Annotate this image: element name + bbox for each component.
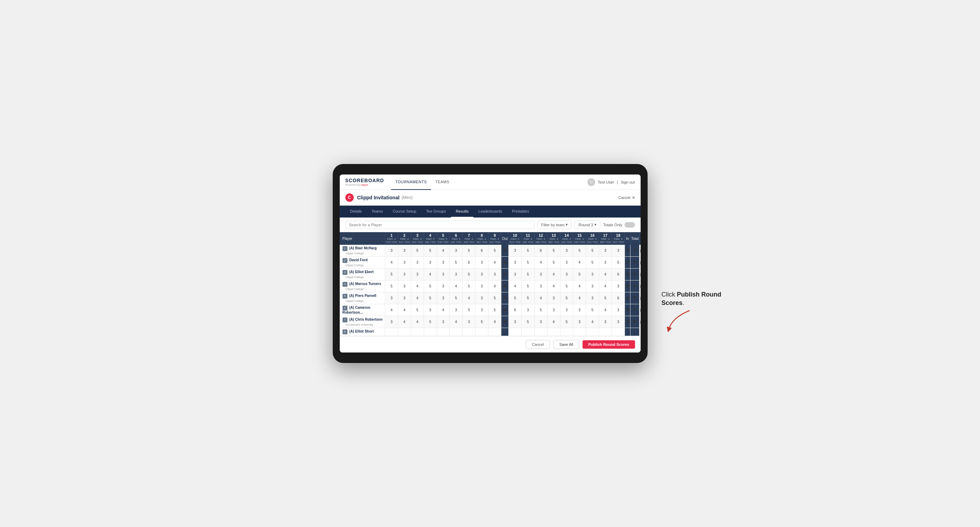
score-cell[interactable]: 3 xyxy=(560,257,573,268)
score-cell[interactable]: 4 xyxy=(534,292,547,304)
score-cell[interactable]: 3 xyxy=(560,245,573,257)
score-cell[interactable]: 6 xyxy=(476,245,488,257)
score-cell[interactable]: 4 xyxy=(573,257,586,268)
score-cell[interactable] xyxy=(411,328,424,336)
sign-out-link[interactable]: Sign out xyxy=(620,180,635,184)
score-cell[interactable]: 4 xyxy=(411,316,424,328)
score-cell[interactable]: 5 xyxy=(476,316,488,328)
score-cell[interactable]: 5 xyxy=(385,281,398,292)
score-cell[interactable]: 6 xyxy=(509,304,522,316)
score-cell[interactable]: 5 xyxy=(547,257,560,268)
score-cell[interactable]: 3 xyxy=(450,245,463,257)
score-cell[interactable] xyxy=(398,328,411,336)
score-cell[interactable]: 3 xyxy=(385,292,398,304)
score-cell[interactable]: 3 xyxy=(612,281,625,292)
score-cell[interactable]: 4 xyxy=(547,281,560,292)
score-cell[interactable]: 3 xyxy=(398,292,411,304)
score-cell[interactable]: 5 xyxy=(573,268,586,281)
score-cell[interactable]: 3 xyxy=(463,316,476,328)
score-cell[interactable]: 4 xyxy=(437,304,450,316)
score-cell[interactable]: 3 xyxy=(509,245,522,257)
score-cell[interactable]: 3 xyxy=(476,281,488,292)
score-cell[interactable]: 4 xyxy=(411,292,424,304)
score-cell[interactable]: 4 xyxy=(437,245,450,257)
score-cell[interactable]: 3 xyxy=(534,268,547,281)
tab-teams[interactable]: Teams xyxy=(367,206,388,217)
score-cell[interactable]: 3 xyxy=(509,316,522,328)
score-cell[interactable]: 5 xyxy=(586,257,599,268)
score-cell[interactable]: 5 xyxy=(534,304,547,316)
score-cell[interactable]: 5 xyxy=(488,304,501,316)
score-cell[interactable]: 3 xyxy=(398,245,411,257)
score-cell[interactable]: 4 xyxy=(547,316,560,328)
cancel-tournament-btn[interactable]: Cancel ✕ xyxy=(618,195,635,200)
score-cell[interactable] xyxy=(424,328,437,336)
score-cell[interactable] xyxy=(534,328,547,336)
score-cell[interactable]: 5 xyxy=(521,292,534,304)
score-cell[interactable] xyxy=(509,328,522,336)
nav-tournaments[interactable]: TOURNAMENTS xyxy=(391,175,431,190)
score-cell[interactable]: 6 xyxy=(534,245,547,257)
score-cell[interactable]: 3 xyxy=(586,268,599,281)
score-cell[interactable]: 4 xyxy=(573,281,586,292)
score-cell[interactable]: 4 xyxy=(509,281,522,292)
score-cell[interactable]: 5 xyxy=(599,292,612,304)
score-cell[interactable]: 4 xyxy=(488,257,501,268)
score-cell[interactable]: 3 xyxy=(385,316,398,328)
score-cell[interactable] xyxy=(547,328,560,336)
score-cell[interactable] xyxy=(437,328,450,336)
score-cell[interactable]: 5 xyxy=(463,245,476,257)
score-cell[interactable]: 3 xyxy=(612,304,625,316)
tab-printables[interactable]: Printables xyxy=(507,206,534,217)
score-cell[interactable]: 5 xyxy=(424,292,437,304)
score-cell[interactable]: 3 xyxy=(547,304,560,316)
score-cell[interactable]: 3 xyxy=(599,257,612,268)
score-cell[interactable]: 3 xyxy=(599,316,612,328)
score-cell[interactable]: 3 xyxy=(476,268,488,281)
score-cell[interactable]: 3 xyxy=(450,304,463,316)
score-cell[interactable]: 3 xyxy=(437,316,450,328)
score-cell[interactable]: 5 xyxy=(509,292,522,304)
tab-details[interactable]: Details xyxy=(345,206,367,217)
tab-tee-groups[interactable]: Tee Groups xyxy=(421,206,451,217)
score-cell[interactable]: 5 xyxy=(463,268,476,281)
filter-team-dropdown[interactable]: Filter by team ▾ xyxy=(538,220,572,229)
score-cell[interactable]: 4 xyxy=(599,281,612,292)
score-cell[interactable]: 3 xyxy=(599,245,612,257)
score-cell[interactable]: 3 xyxy=(437,257,450,268)
score-cell[interactable] xyxy=(612,328,625,336)
score-cell[interactable]: 5 xyxy=(424,316,437,328)
score-cell[interactable]: 4 xyxy=(586,316,599,328)
search-input[interactable] xyxy=(345,221,535,229)
score-cell[interactable]: 3 xyxy=(560,268,573,281)
score-cell[interactable]: 5 xyxy=(560,281,573,292)
score-cell[interactable]: 3 xyxy=(534,281,547,292)
score-cell[interactable]: 5 xyxy=(573,245,586,257)
score-cell[interactable] xyxy=(573,328,586,336)
score-cell[interactable]: 5 xyxy=(560,316,573,328)
tab-course-setup[interactable]: Course Setup xyxy=(388,206,421,217)
score-cell[interactable]: 5 xyxy=(521,281,534,292)
score-cell[interactable]: 5 xyxy=(560,292,573,304)
score-cell[interactable]: 5 xyxy=(521,245,534,257)
score-cell[interactable]: 3 xyxy=(424,304,437,316)
score-cell[interactable]: 6 xyxy=(612,292,625,304)
score-cell[interactable]: 4 xyxy=(488,316,501,328)
score-cell[interactable]: 5 xyxy=(411,304,424,316)
score-cell[interactable]: 3 xyxy=(573,304,586,316)
save-all-button[interactable]: Save All xyxy=(553,340,579,349)
totals-only-switch[interactable] xyxy=(625,222,635,228)
score-cell[interactable]: 3 xyxy=(398,257,411,268)
score-cell[interactable]: 5 xyxy=(463,304,476,316)
cancel-button[interactable]: Cancel xyxy=(526,340,550,349)
score-cell[interactable] xyxy=(450,328,463,336)
score-cell[interactable]: 6 xyxy=(463,257,476,268)
score-cell[interactable] xyxy=(599,328,612,336)
score-cell[interactable]: 3 xyxy=(534,316,547,328)
score-cell[interactable]: 3 xyxy=(411,257,424,268)
score-cell[interactable]: 4 xyxy=(534,257,547,268)
score-cell[interactable]: 4 xyxy=(463,292,476,304)
score-cell[interactable]: 5 xyxy=(450,257,463,268)
score-cell[interactable]: 4 xyxy=(424,268,437,281)
publish-round-scores-button[interactable]: Publish Round Scores xyxy=(582,340,635,349)
